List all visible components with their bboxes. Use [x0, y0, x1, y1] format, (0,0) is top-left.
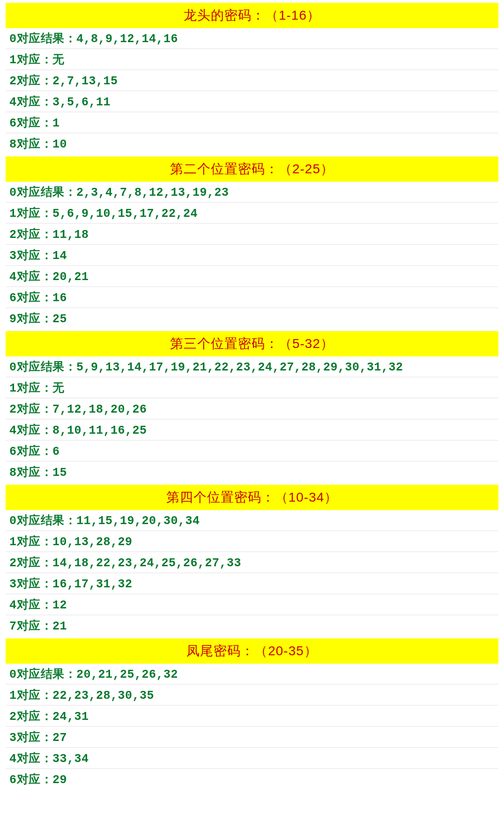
row-label: 1对应：: [9, 382, 52, 395]
row-label: 4对应：: [9, 424, 52, 437]
table-row: 1对应：5,6,9,10,15,17,22,24: [6, 203, 498, 224]
row-values: 33,34: [52, 752, 89, 766]
row-values: 16,17,31,32: [52, 578, 133, 591]
row-label: 4对应：: [9, 270, 52, 284]
row-values: 22,23,28,30,35: [52, 689, 154, 703]
table-row: 2对应：11,18: [6, 224, 498, 245]
row-values: 25: [52, 312, 67, 326]
row-values: 3,5,6,11: [52, 96, 111, 109]
table-row: 4对应：20,21: [6, 266, 498, 287]
row-label: 0对应结果：: [9, 668, 76, 681]
row-values: 5,6,9,10,15,17,22,24: [52, 207, 198, 221]
row-label: 8对应：: [9, 466, 52, 480]
row-label: 4对应：: [9, 599, 52, 612]
table-row: 9对应：25: [6, 308, 498, 328]
table-row: 2对应：14,18,22,23,24,25,26,27,33: [6, 552, 498, 573]
row-label: 3对应：: [9, 249, 52, 263]
row-values: 2,7,13,15: [52, 74, 118, 88]
table-row: 1对应：无: [6, 378, 498, 399]
section-3: 第四个位置密码：（10-34）0对应结果：11,15,19,20,30,341对…: [6, 485, 498, 636]
row-label: 1对应：: [9, 689, 52, 703]
row-label: 0对应结果：: [9, 32, 76, 46]
row-label: 2对应：: [9, 710, 52, 724]
row-label: 0对应结果：: [9, 514, 76, 528]
row-label: 1对应：: [9, 535, 52, 549]
table-row: 2对应：7,12,18,20,26: [6, 399, 498, 420]
row-values: 5,9,13,14,17,19,21,22,23,24,27,28,29,30,…: [76, 361, 403, 374]
password-table-container: 龙头的密码：（1-16）0对应结果：4,8,9,12,14,161对应：无2对应…: [6, 3, 498, 789]
row-label: 6对应：: [9, 117, 52, 130]
table-row: 8对应：15: [6, 462, 498, 482]
table-row: 6对应：16: [6, 287, 498, 308]
table-row: 0对应结果：4,8,9,12,14,16: [6, 28, 498, 49]
row-label: 0对应结果：: [9, 361, 76, 374]
table-row: 4对应：12: [6, 594, 498, 615]
table-row: 6对应：29: [6, 769, 498, 789]
section-4: 凤尾密码：（20-35）0对应结果：20,21,25,26,321对应：22,2…: [6, 638, 498, 789]
table-row: 2对应：2,7,13,15: [6, 70, 498, 91]
row-values: 24,31: [52, 710, 89, 724]
table-row: 1对应：10,13,28,29: [6, 531, 498, 552]
table-row: 6对应：1: [6, 112, 498, 133]
row-label: 4对应：: [9, 752, 52, 766]
row-label: 9对应：: [9, 312, 52, 326]
row-label: 1对应：: [9, 207, 52, 221]
table-row: 3对应：14: [6, 245, 498, 266]
row-values: 10,13,28,29: [52, 535, 133, 549]
row-values: 27: [52, 731, 67, 745]
table-row: 0对应结果：20,21,25,26,32: [6, 664, 498, 685]
section-2: 第三个位置密码：（5-32）0对应结果：5,9,13,14,17,19,21,2…: [6, 331, 498, 482]
row-label: 7对应：: [9, 620, 52, 633]
section-header: 第二个位置密码：（2-25）: [6, 156, 498, 182]
table-row: 3对应：27: [6, 727, 498, 748]
row-label: 2对应：: [9, 556, 52, 570]
table-row: 7对应：21: [6, 615, 498, 636]
row-label: 2对应：: [9, 74, 52, 88]
table-row: 0对应结果：2,3,4,7,8,12,13,19,23: [6, 182, 498, 203]
row-label: 2对应：: [9, 228, 52, 242]
row-label: 8对应：: [9, 138, 52, 151]
row-values: 4,8,9,12,14,16: [76, 32, 178, 46]
row-values: 11,15,19,20,30,34: [76, 514, 200, 528]
row-values: 16: [52, 291, 67, 305]
row-label: 4对应：: [9, 96, 52, 109]
row-label: 6对应：: [9, 445, 52, 459]
section-header: 第三个位置密码：（5-32）: [6, 331, 498, 356]
table-row: 4对应：33,34: [6, 748, 498, 769]
row-values: 21: [52, 620, 67, 633]
table-row: 4对应：8,10,11,16,25: [6, 420, 498, 441]
row-values: 12: [52, 599, 67, 612]
row-values: 2,3,4,7,8,12,13,19,23: [76, 186, 229, 200]
table-row: 6对应：6: [6, 441, 498, 462]
row-values: 无: [52, 53, 65, 67]
row-values: 29: [52, 773, 67, 787]
table-row: 8对应：10: [6, 133, 498, 154]
row-label: 2对应：: [9, 403, 52, 416]
table-row: 2对应：24,31: [6, 706, 498, 727]
section-header: 龙头的密码：（1-16）: [6, 3, 498, 28]
table-row: 4对应：3,5,6,11: [6, 91, 498, 112]
row-values: 15: [52, 466, 67, 480]
table-row: 0对应结果：5,9,13,14,17,19,21,22,23,24,27,28,…: [6, 356, 498, 378]
row-values: 20,21: [52, 270, 89, 284]
table-row: 3对应：16,17,31,32: [6, 573, 498, 594]
section-1: 第二个位置密码：（2-25）0对应结果：2,3,4,7,8,12,13,19,2…: [6, 156, 498, 328]
row-label: 6对应：: [9, 291, 52, 305]
row-values: 14,18,22,23,24,25,26,27,33: [52, 556, 241, 570]
row-values: 无: [52, 382, 65, 395]
row-label: 0对应结果：: [9, 186, 76, 200]
section-header: 凤尾密码：（20-35）: [6, 638, 498, 664]
section-header: 第四个位置密码：（10-34）: [6, 485, 498, 510]
row-values: 1: [52, 117, 60, 130]
row-values: 10: [52, 138, 67, 151]
row-values: 20,21,25,26,32: [76, 668, 178, 681]
row-values: 7,12,18,20,26: [52, 403, 147, 416]
table-row: 1对应：22,23,28,30,35: [6, 685, 498, 706]
row-label: 3对应：: [9, 578, 52, 591]
row-values: 11,18: [52, 228, 89, 242]
row-label: 1对应：: [9, 53, 52, 67]
row-label: 6对应：: [9, 773, 52, 787]
table-row: 0对应结果：11,15,19,20,30,34: [6, 510, 498, 531]
row-values: 6: [52, 445, 60, 459]
table-row: 1对应：无: [6, 49, 498, 70]
